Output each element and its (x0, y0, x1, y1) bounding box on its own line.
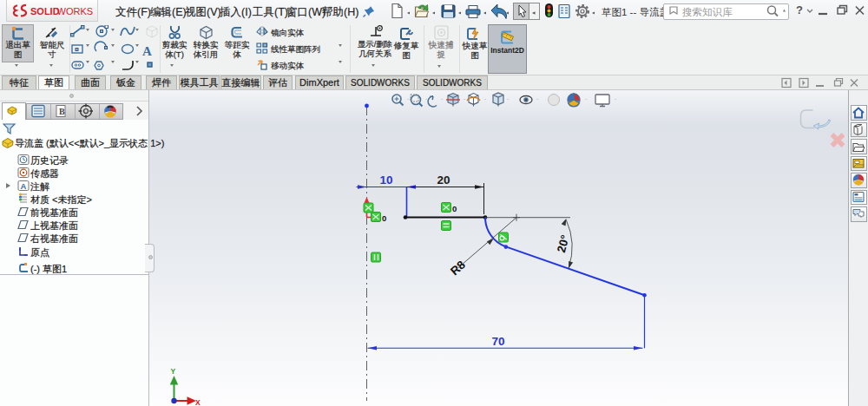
svg-text:A: A (142, 44, 152, 58)
svg-text:·: · (441, 96, 443, 102)
svg-text:Y: Y (171, 367, 176, 376)
svg-text:WORKS: WORKS (57, 6, 94, 16)
svg-text:R8: R8 (448, 258, 468, 278)
svg-text:20: 20 (437, 174, 450, 187)
svg-text:70: 70 (491, 335, 504, 348)
svg-text:10: 10 (379, 174, 392, 187)
svg-text:SOLID: SOLID (30, 6, 60, 16)
svg-text:·: · (585, 96, 587, 102)
svg-text:0: 0 (452, 204, 457, 213)
svg-text:20°: 20° (555, 233, 572, 254)
svg-text:·: · (464, 96, 465, 102)
svg-text:A: A (21, 181, 27, 191)
svg-text:0: 0 (382, 213, 386, 223)
svg-text:·: · (615, 96, 616, 102)
svg-text:·: · (484, 96, 486, 102)
svg-text:·: · (407, 96, 409, 102)
svg-text:·: · (507, 96, 509, 102)
svg-text:·: · (536, 96, 538, 102)
svg-text:X: X (195, 398, 201, 406)
svg-text:B: B (59, 107, 65, 116)
svg-text:·: · (425, 96, 427, 102)
